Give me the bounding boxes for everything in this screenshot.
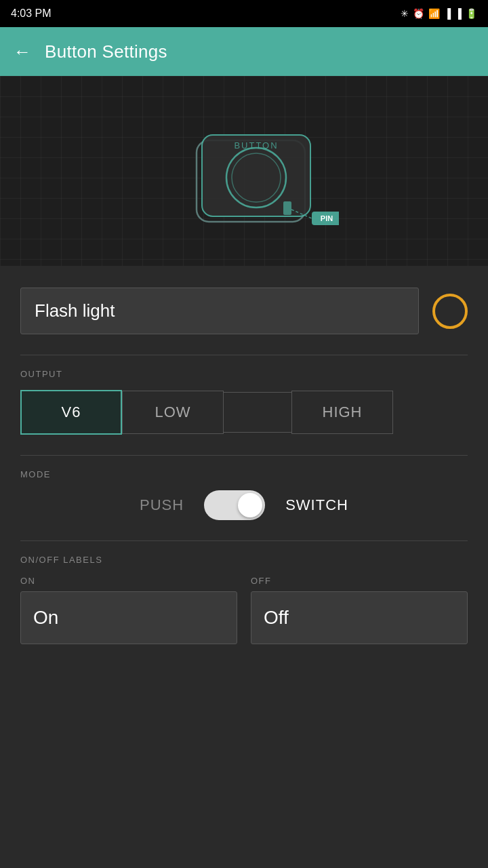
- on-label-input[interactable]: [20, 591, 237, 644]
- output-high-button[interactable]: HIGH: [291, 391, 393, 434]
- off-label-group: OFF: [251, 576, 468, 644]
- output-section-label: OUTPUT: [20, 369, 468, 379]
- toggle-knob: [238, 493, 262, 517]
- signal-indicator: [432, 294, 468, 329]
- output-divider: [20, 355, 468, 355]
- mode-section-label: MODE: [20, 469, 468, 479]
- status-icons: ✳ ⏰ 📶 ▐ ▐ 🔋: [401, 8, 477, 19]
- battery-icon: 🔋: [466, 8, 477, 19]
- device-name-input[interactable]: [20, 288, 419, 334]
- labels-section: ON/OFF LABELS ON OFF: [20, 540, 468, 644]
- mode-section: MODE PUSH SWITCH: [20, 455, 468, 520]
- svg-rect-5: [283, 201, 291, 215]
- mode-divider: [20, 455, 468, 456]
- name-row: [20, 288, 468, 334]
- labels-row: ON OFF: [20, 576, 468, 644]
- mode-toggle[interactable]: [204, 490, 265, 520]
- content-area: OUTPUT V6 LOW HIGH MODE PUSH SWITCH ON/O…: [0, 288, 488, 685]
- push-mode-label: PUSH: [140, 496, 184, 514]
- output-buttons-row: V6 LOW HIGH: [20, 390, 468, 435]
- on-label-group: ON: [20, 576, 237, 644]
- onoff-section-label: ON/OFF LABELS: [20, 555, 468, 565]
- svg-text:BUTTON: BUTTON: [234, 140, 278, 151]
- labels-divider: [20, 540, 468, 541]
- signal-icon1: ▐: [444, 8, 451, 19]
- device-illustration: BUTTON PIN: [149, 100, 339, 242]
- svg-text:PIN: PIN: [321, 214, 333, 222]
- output-v6-button[interactable]: V6: [20, 390, 122, 435]
- hero-area: BUTTON PIN: [0, 76, 488, 266]
- wifi-icon: 📶: [428, 8, 440, 19]
- mode-row: PUSH SWITCH: [20, 490, 468, 520]
- status-bar: 4:03 PM ✳ ⏰ 📶 ▐ ▐ 🔋: [0, 0, 488, 27]
- alarm-icon: ⏰: [413, 8, 424, 19]
- output-spacer: [224, 392, 291, 433]
- on-sublabel: ON: [20, 576, 237, 586]
- bluetooth-icon: ✳: [401, 8, 409, 19]
- back-button[interactable]: ←: [14, 41, 31, 62]
- off-sublabel: OFF: [251, 576, 468, 586]
- status-time: 4:03 PM: [11, 7, 52, 20]
- switch-mode-label: SWITCH: [285, 496, 348, 514]
- page-title: Button Settings: [45, 41, 167, 62]
- output-low-button[interactable]: LOW: [122, 391, 224, 434]
- off-label-input[interactable]: [251, 591, 468, 644]
- signal-icon2: ▐: [455, 8, 462, 19]
- output-section: OUTPUT V6 LOW HIGH: [20, 355, 468, 435]
- app-bar: ← Button Settings: [0, 27, 488, 76]
